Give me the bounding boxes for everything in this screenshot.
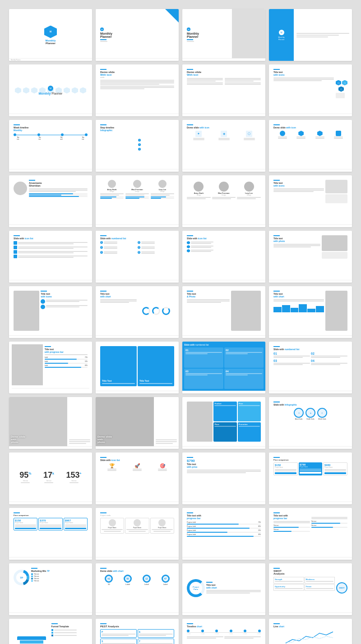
svg-text:7P: 7P — [20, 576, 23, 579]
slide-28: Slide with numbered list 01 02 03 04 — [269, 342, 352, 393]
slide-36: Price comparison $150 Project Name $790 … — [269, 452, 352, 504]
slide-5: M Monthly Planner — [9, 64, 92, 116]
slide-35: $790 Title textwith price — [182, 452, 265, 504]
slide-37: Price comparison $150 Project Name $370 … — [9, 508, 92, 560]
slide-47: Timeline chart 1 Week 2 Week 1 Month 2 W… — [182, 619, 265, 644]
slide-11: Demo slide with icon ✦ ◈ ⬡ — [182, 120, 265, 172]
slide-32: Slide with Infographic ✦ About Goals ◈ H… — [269, 397, 352, 449]
slide-1: M MonthlyPlanner Monthly Planner — [9, 9, 92, 61]
slide-30: Demo slidewithphoto — [96, 397, 179, 449]
slide-10: Step timelineInfographic 1 2 3 — [96, 120, 179, 172]
slide-38: Project cards Project Name Project Name … — [96, 508, 179, 560]
footer: Monthly Planner — [11, 59, 21, 61]
slide-8: Title textwith icons ⬡ ⬡ ⬡ — [269, 64, 352, 116]
slide-4: M MonthlyPlanner — [269, 9, 352, 61]
slide-13: AnastasiaSheridan — [9, 175, 92, 227]
slide-31: Product Price Place Promotion — [182, 397, 265, 449]
slide-2: M MonthlyPlanner — [96, 9, 179, 61]
slide-23: Title text& Photo — [182, 286, 265, 338]
slide-3: M MonthlyPlanner — [182, 9, 265, 61]
slide-46: PEST Analysis P E S T — [96, 619, 179, 644]
slide-9: Week timelineMonthly Titletext Titletext… — [9, 120, 92, 172]
slide-34: Slide with icon list 🏆 🚀 🎯 — [96, 452, 179, 504]
slide-26: Title Text Title Text — [96, 342, 179, 393]
slide-40: Title text withprogress bar Title text T… — [269, 508, 352, 560]
slide-22: Title textwith chart — [96, 286, 179, 338]
slide-42: Demo slide with chart h1 50 50 Label 12 … — [96, 563, 179, 615]
slide-16: Title textwith icons — [269, 175, 352, 227]
slide-7: Demo slideWith text — [182, 64, 265, 116]
slide-24: Title textwith chart — [269, 286, 352, 338]
slide-15: Anny Stark Design Max Freeman Design Lor… — [182, 175, 265, 227]
slide-14: Anny Stark Design Max Freeman Design — [96, 175, 179, 227]
slide-39: Title text withprogress bar Progress Lab… — [182, 508, 265, 560]
slide-48: Line chart 2018 2019 2020 2021 2022 — [269, 619, 352, 644]
slide-19: Slide with icon list — [182, 231, 265, 283]
slide-21: Title textwith icons — [9, 286, 92, 338]
slide-33: 95% Title text 17k Title text 153+ Title… — [9, 452, 92, 504]
slides-grid: M MonthlyPlanner Monthly Planner M Month… — [9, 9, 352, 644]
slide-44: SWOTAnalysis Strength Weakness Opportuni… — [269, 563, 352, 615]
slide-29: Demo slidewithphoto — [9, 397, 92, 449]
slide-41: 7P Marketing Mix 7P Title text Title tex… — [9, 563, 92, 615]
slide-43: ProjectParis Title textwith chart — [182, 563, 265, 615]
slide-45: Funnel Template — [9, 619, 92, 644]
slide-25: Title textwith progress bar Label75% Lab… — [9, 342, 92, 393]
slide-17: Slide with icon list — [9, 231, 92, 283]
slide-27: Slide with numbered list 01 02 03 — [182, 342, 265, 393]
slide-18: Slide with numbered list 01 02 03 04 05 … — [96, 231, 179, 283]
slide-12: Demo slide with icon — [269, 120, 352, 172]
slide-6: Demo slideWith text subtitle — [96, 64, 179, 116]
slide-20: Title textwith photo — [269, 231, 352, 283]
